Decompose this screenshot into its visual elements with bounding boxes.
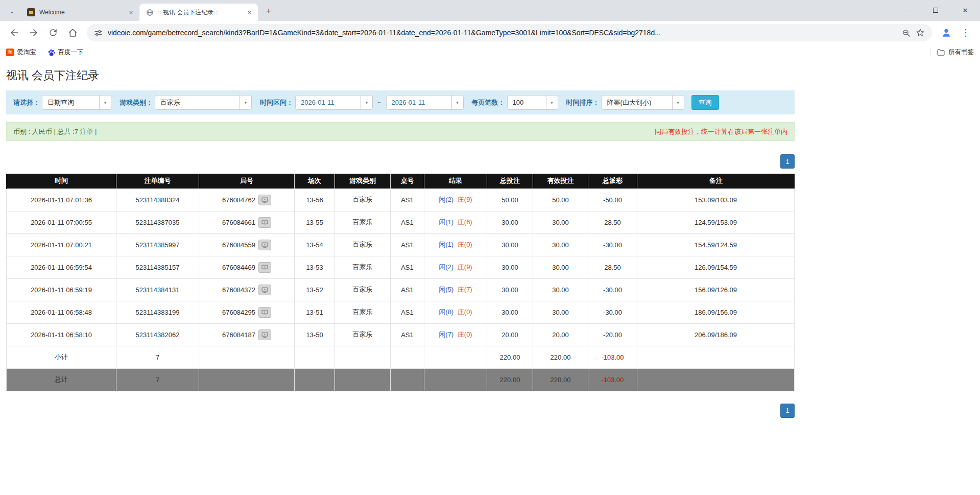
tab-search-button[interactable]: ⌄ [5,4,19,18]
cell-table-no: AS1 [391,211,424,233]
filter-bar: 请选择： 日期查询 ▾ 游戏类别： 百家乐 ▾ 时间区间： 2026-01-11… [6,90,795,114]
table-row: 2026-01-11 07:01:36 523114388324 6760847… [7,188,795,211]
video-replay-icon[interactable] [258,195,271,205]
cell-total-bet[interactable]: 30.00 [487,233,533,256]
chevron-down-icon[interactable]: ▾ [672,96,684,109]
globe-icon [146,8,154,16]
site-info-icon[interactable] [94,29,103,37]
bookmark-aitaobao[interactable]: 淘 爱淘宝 [6,48,36,57]
bookmark-label: 爱淘宝 [17,48,36,57]
url-text: videoie.com/game/betrecord_search/kind3?… [108,29,897,37]
url-bar[interactable]: videoie.com/game/betrecord_search/kind3?… [87,24,932,41]
page-1-button[interactable]: 1 [780,154,795,169]
column-header: 有效投注 [533,174,588,188]
date-end-select[interactable]: 2026-01-11 ▾ [386,95,464,110]
round-number: 676084469 [222,264,255,271]
cell-total-bet[interactable]: 50.00 [487,188,533,211]
cell-total-bet[interactable]: 20.00 [487,323,533,346]
result-banker: 庄(9) [458,196,472,203]
empty-cell [335,346,391,368]
home-button[interactable] [63,23,82,42]
empty-cell [391,368,424,391]
bet-records-table: 时间注单编号局号场次游戏类别桌号结果总投注有效投注总派彩备注 2026-01-1… [6,174,795,391]
cell-note: 153.09/103.09 [637,188,795,211]
refresh-button[interactable] [44,23,62,42]
cell-payout: -30.00 [588,301,637,323]
column-header: 时间 [7,174,116,188]
chevron-down-icon[interactable]: ▾ [240,96,251,109]
page-1-button[interactable]: 1 [780,404,795,418]
video-replay-icon[interactable] [258,262,271,273]
cell-session: 13-56 [295,188,335,211]
cell-total-bet[interactable]: 30.00 [487,256,533,278]
subtotal-valid-bet: 220.00 [533,346,588,368]
table-row: 2026-01-11 06:58:48 523114383199 6760842… [7,301,795,323]
back-button[interactable] [5,23,23,42]
empty-cell [199,346,295,368]
close-button[interactable]: ✕ [950,0,980,20]
cell-result: 闲(2) 庄(9) [424,188,487,211]
empty-cell [295,368,335,391]
cell-session: 13-50 [295,323,335,346]
chevron-down-icon[interactable]: ▾ [546,96,558,109]
chevron-down-icon[interactable]: ▾ [99,96,111,109]
close-icon[interactable]: × [127,8,135,17]
sort-value: 降幂(由大到小) [602,98,672,107]
video-replay-icon[interactable] [258,307,271,318]
cell-payout: 28.50 [588,211,637,233]
cell-total-bet[interactable]: 30.00 [487,301,533,323]
cell-time: 2026-01-11 06:59:19 [7,278,116,301]
result-banker: 庄(0) [458,241,472,248]
bookmark-baidu[interactable]: 百度一下 [47,48,84,57]
cell-session: 13-53 [295,256,335,278]
zoom-icon[interactable] [902,29,911,37]
sort-select[interactable]: 降幂(由大到小) ▾ [602,95,684,110]
cell-game-type: 百家乐 [335,211,391,233]
close-icon[interactable]: × [245,8,254,17]
video-replay-icon[interactable] [258,240,271,250]
minimize-icon: – [904,7,907,14]
video-replay-icon[interactable] [258,285,271,295]
maximize-button[interactable] [921,0,950,20]
cell-game-type: 百家乐 [335,278,391,301]
video-replay-icon[interactable] [258,329,271,340]
table-row: 2026-01-11 06:59:54 523114385157 6760844… [7,256,795,278]
search-button[interactable]: 查询 [691,95,719,110]
all-bookmarks-button[interactable]: 所有书签 [937,48,974,57]
forward-button[interactable] [25,23,43,42]
navigation-bar: videoie.com/game/betrecord_search/kind3?… [0,21,980,44]
profile-avatar[interactable] [937,23,955,42]
subtotal-label: 小计 [7,346,116,368]
date-separator: ~ [377,99,381,106]
cell-valid-bet: 30.00 [533,256,588,278]
currency-summary-text: 币别 : 人民币 | 总共 :7 注单 | [13,127,97,136]
cell-round: 676084661 [199,211,295,233]
minimize-button[interactable]: – [891,0,921,20]
tab-welcome[interactable]: Welcome × [21,4,139,21]
sort-label: 时间排序： [566,98,600,107]
new-tab-button[interactable]: + [261,4,276,18]
round-number: 676084661 [222,219,255,226]
date-mode-select[interactable]: 日期查询 ▾ [42,95,111,110]
video-replay-icon[interactable] [258,217,271,228]
menu-icon[interactable]: ⋮ [957,23,975,42]
cell-bet-id: 523114384131 [116,278,199,301]
date-start-select[interactable]: 2026-01-11 ▾ [295,95,373,110]
cell-round: 676084469 [199,256,295,278]
tab-title: :::视讯 会员下注纪录::: [158,8,241,17]
cell-time: 2026-01-11 06:59:54 [7,256,116,278]
cell-note: 126.09/154.59 [637,256,795,278]
cell-table-no: AS1 [391,323,424,346]
cell-round: 676084559 [199,233,295,256]
bookmark-star-icon[interactable] [916,28,925,37]
table-row: 2026-01-11 07:00:55 523114387035 6760846… [7,211,795,233]
chevron-down-icon[interactable]: ▾ [451,96,463,109]
cell-total-bet[interactable]: 30.00 [487,278,533,301]
tab-betrecord[interactable]: :::视讯 会员下注纪录::: × [139,4,258,21]
maximize-icon [933,8,938,13]
round-number: 676084372 [222,286,255,294]
cell-total-bet[interactable]: 30.00 [487,211,533,233]
chevron-down-icon[interactable]: ▾ [361,96,372,109]
per-page-select[interactable]: 100 ▾ [507,95,558,110]
game-type-select[interactable]: 百家乐 ▾ [155,95,252,110]
